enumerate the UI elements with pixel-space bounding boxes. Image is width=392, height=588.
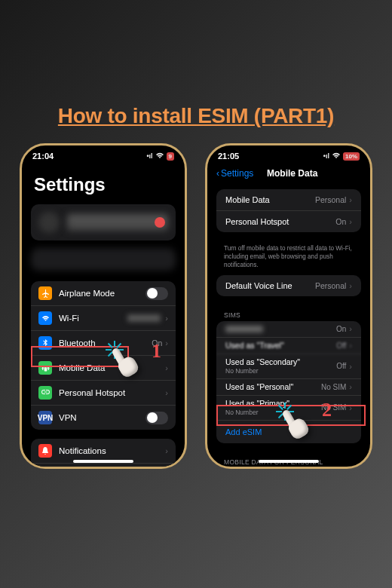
sim-2-label: Used as "Travel" <box>225 341 336 350</box>
help-text: Turn off mobile data to restrict all dat… <box>207 241 370 275</box>
mobile-data-value: Personal <box>315 195 346 204</box>
mobile-data-label: Mobile Data <box>225 195 315 204</box>
home-indicator[interactable] <box>73 460 133 463</box>
sims-section: On › Used as "Travel" Off › Used as "Sec… <box>216 321 361 443</box>
status-icons: •ıl 10% <box>323 152 360 161</box>
current-period-row[interactable]: Current Period 7,9 GB <box>216 468 361 469</box>
chevron-right-icon: › <box>349 403 352 412</box>
default-voice-value: Personal <box>315 281 346 290</box>
vpn-label: VPN <box>59 413 145 422</box>
settings-heading: Settings <box>22 164 185 201</box>
sims-label: SIMs <box>207 305 370 321</box>
signal-icon: •ıl <box>323 152 329 160</box>
sim-3-value: Off <box>336 362 346 370</box>
add-esim-row[interactable]: Add eSIM <box>216 421 361 443</box>
home-indicator[interactable] <box>259 460 319 463</box>
chevron-right-icon: › <box>349 281 352 290</box>
battery-icon: 9 <box>167 152 174 161</box>
chevron-right-icon: › <box>349 362 352 371</box>
chevron-right-icon: › <box>349 382 352 391</box>
wifi-icon <box>38 311 52 325</box>
sounds-row[interactable]: Sounds & Haptics › <box>31 464 176 469</box>
sim-1-label-blurred <box>225 326 263 332</box>
phone-mobile-data: 21:05 •ıl 10% ‹ Settings Mobile Data Mob… <box>205 143 372 469</box>
mobile-data-row[interactable]: Mobile Data Personal › <box>216 189 361 211</box>
airplane-icon <box>38 286 52 300</box>
notifications-label: Notifications <box>59 446 165 455</box>
vpn-row[interactable]: VPN VPN <box>31 406 176 430</box>
nav-title: Mobile Data <box>223 168 361 179</box>
signal-icon: •ıl <box>146 152 152 160</box>
wifi-value-blurred <box>127 314 161 322</box>
wifi-icon <box>332 152 341 161</box>
chevron-right-icon: › <box>349 341 352 350</box>
personal-hotspot-value: On <box>335 217 346 226</box>
antenna-icon <box>38 361 52 375</box>
apple-id-row[interactable] <box>31 204 176 240</box>
chevron-right-icon: › <box>165 338 168 348</box>
step-number-1: 1 <box>152 340 161 363</box>
nav-bar: ‹ Settings Mobile Data <box>207 164 370 182</box>
status-icons: •ıl 9 <box>146 152 174 161</box>
sim-2-value: Off <box>336 341 346 350</box>
sim-3-sub: No Number <box>225 367 336 375</box>
wifi-label: Wi-Fi <box>59 314 127 323</box>
notification-badge <box>155 217 165 228</box>
airplane-mode-toggle[interactable] <box>145 287 168 300</box>
voice-section: Default Voice Line Personal › <box>216 275 361 296</box>
personal-hotspot-label: Personal Hotspot <box>59 388 165 397</box>
sim-row-4[interactable]: Used as "Personal" No SIM › <box>216 379 361 396</box>
mobile-data-label: Mobile Data <box>59 363 165 372</box>
chevron-right-icon: › <box>165 388 168 397</box>
sim-row-5[interactable]: Used as "Primary" No Number No SIM › <box>216 396 361 421</box>
bluetooth-icon <box>38 336 52 350</box>
usage-section: Current Period 7,9 GB <box>216 468 361 469</box>
default-voice-row[interactable]: Default Voice Line Personal › <box>216 275 361 296</box>
chevron-right-icon: › <box>165 446 168 455</box>
sim-1-value: On <box>336 325 346 333</box>
chevron-left-icon: ‹ <box>216 168 219 179</box>
battery-icon: 10% <box>343 152 360 161</box>
hotspot-icon <box>38 386 52 400</box>
phones-container: 21:04 •ıl 9 Settings Airplane Mode <box>0 143 392 469</box>
personal-hotspot-label: Personal Hotspot <box>225 217 335 226</box>
chevron-right-icon: › <box>165 363 168 372</box>
vpn-icon: VPN <box>38 411 52 424</box>
data-section: Mobile Data Personal › Personal Hotspot … <box>216 189 361 232</box>
phone-settings: 21:04 •ıl 9 Settings Airplane Mode <box>20 143 187 469</box>
clock: 21:05 <box>218 152 239 161</box>
notch <box>69 145 137 159</box>
default-voice-label: Default Voice Line <box>225 281 315 290</box>
sim-5-sub: No Number <box>225 409 321 416</box>
sim-5-label: Used as "Primary" <box>225 399 321 408</box>
personal-hotspot-row[interactable]: Personal Hotspot On › <box>216 211 361 232</box>
page-title: How to install ESIM (PART1) <box>0 0 392 128</box>
sim-4-value: No SIM <box>321 383 346 391</box>
sim-row-3[interactable]: Used as "Secondary" No Number Off › <box>216 354 361 379</box>
wifi-icon <box>155 152 164 161</box>
vpn-toggle[interactable] <box>145 412 168 424</box>
sim-row-1[interactable]: On › <box>216 321 361 338</box>
clock: 21:04 <box>32 152 54 161</box>
chevron-right-icon: › <box>349 217 352 226</box>
chevron-right-icon: › <box>349 195 352 204</box>
airplane-mode-label: Airplane Mode <box>59 289 145 298</box>
suggestion-row-blurred[interactable] <box>31 248 176 271</box>
sim-4-label: Used as "Personal" <box>225 382 321 391</box>
notifications-section: Notifications › Sounds & Haptics › Focus… <box>31 439 176 469</box>
step-number-2: 2 <box>322 399 332 421</box>
sim-3-label: Used as "Secondary" <box>225 357 336 366</box>
sim-row-2[interactable]: Used as "Travel" Off › <box>216 338 361 354</box>
bell-icon <box>38 444 52 458</box>
user-name-blurred <box>67 214 168 231</box>
chevron-right-icon: › <box>165 314 168 323</box>
personal-hotspot-row[interactable]: Personal Hotspot › <box>31 381 176 406</box>
avatar <box>38 212 60 233</box>
chevron-right-icon: › <box>349 324 352 333</box>
notch <box>255 145 323 159</box>
bluetooth-label: Bluetooth <box>59 338 152 348</box>
airplane-mode-row[interactable]: Airplane Mode <box>31 281 176 306</box>
wifi-row[interactable]: Wi-Fi › <box>31 306 176 331</box>
